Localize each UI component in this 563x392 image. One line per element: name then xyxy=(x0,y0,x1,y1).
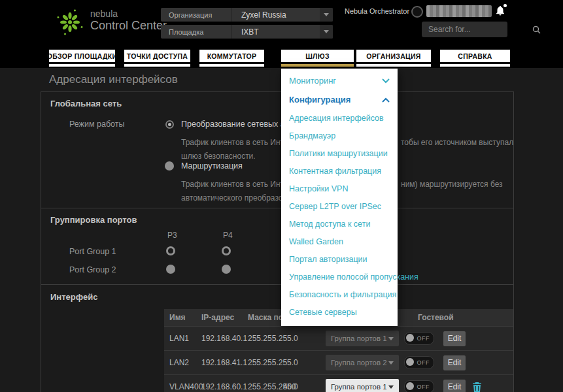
menu-item-label: Адресация интерфейсов xyxy=(289,114,384,123)
search-icon[interactable] xyxy=(532,25,541,34)
chevron-down-icon xyxy=(388,361,394,365)
nat-description-end: тобы его источником выступал xyxy=(401,138,513,147)
organization-select[interactable]: Организация Zyxel Russia xyxy=(161,8,333,22)
menu-item-label: Walled Garden xyxy=(289,237,343,246)
interface-ip: 192.168.60.1 xyxy=(201,375,247,392)
menu-item-network-servers[interactable]: Сетевые серверы xyxy=(281,303,398,321)
edit-button[interactable]: Edit xyxy=(443,355,466,370)
port-group-2-p3-radio[interactable] xyxy=(166,265,175,274)
nat-radio[interactable] xyxy=(165,120,174,129)
menu-item-label: Безопасность и фильтрация xyxy=(289,290,396,299)
tab-gateway[interactable]: ШЛЮЗ xyxy=(281,50,354,67)
organization-select-caret-box[interactable] xyxy=(320,8,333,22)
table-row: LAN2 192.168.41.1 255.255.255.0 Группа п… xyxy=(164,351,513,375)
menu-item-l2tp-server[interactable]: Сервер L2TP over IPSec xyxy=(281,197,398,215)
tab-label: ОБЗОР ПЛОЩАДКИ xyxy=(49,50,115,62)
port-group-1-p4-radio[interactable] xyxy=(222,246,231,255)
mode-label: Режим работы xyxy=(69,120,124,129)
brand-text: nebula Control Center xyxy=(90,8,167,33)
chevron-down-icon xyxy=(388,385,394,389)
delete-cell xyxy=(473,375,481,392)
toggle-state-label: OFF xyxy=(417,335,430,342)
guest-toggle[interactable]: OFF xyxy=(404,356,434,369)
toggle-state-label: OFF xyxy=(417,384,430,390)
edit-button[interactable]: Edit xyxy=(443,380,466,392)
search-input[interactable] xyxy=(422,25,532,34)
site-select[interactable]: Площадка IXBT xyxy=(161,25,333,39)
section-title-port-grouping: Группировка портов xyxy=(50,215,137,225)
menu-item-network-access-method[interactable]: Метод доступа к сети xyxy=(281,215,398,233)
menu-item-label: Контентная фильтрация xyxy=(289,167,381,176)
routing-radio[interactable] xyxy=(165,161,174,171)
menu-section-label: Конфигурация xyxy=(289,95,350,105)
toggle-knob xyxy=(406,334,414,342)
table-row: LAN1 192.168.40.1 255.255.255.0 Группа п… xyxy=(164,327,513,351)
menu-item-content-filtering[interactable]: Контентная фильтрация xyxy=(281,162,398,180)
tab-active-underline xyxy=(281,64,354,67)
menu-section-monitoring[interactable]: Мониторинг xyxy=(281,71,398,90)
port-column-p4: P4 xyxy=(223,231,233,240)
menu-section-label: Мониторинг xyxy=(289,76,336,86)
guest-toggle-cell: OFF xyxy=(404,327,434,350)
tab-site-overview[interactable]: ОБЗОР ПЛОЩАДКИ xyxy=(49,50,115,67)
trash-icon[interactable] xyxy=(473,382,481,392)
menu-item-captive-portal[interactable]: Портал авторизации xyxy=(281,250,398,268)
tab-access-points[interactable]: ТОЧКИ ДОСТУПА xyxy=(124,50,190,67)
tab-label: ТОЧКИ ДОСТУПА xyxy=(124,50,190,62)
menu-item-label: Сетевые серверы xyxy=(289,308,357,317)
menu-item-label: Политики маршрутизации xyxy=(289,149,388,158)
guest-toggle[interactable]: OFF xyxy=(404,332,434,345)
tab-label: СПРАВКА xyxy=(440,50,510,62)
chevron-down-icon xyxy=(388,337,394,340)
menu-item-bandwidth-management[interactable]: Управление полосой пропускания xyxy=(281,268,398,286)
notification-bell-icon[interactable] xyxy=(494,5,506,16)
tab-help[interactable]: СПРАВКА xyxy=(440,50,510,67)
menu-item-label: Брандмауэр xyxy=(289,131,335,140)
interface-name: LAN1 xyxy=(169,327,189,350)
organization-select-label: Организация xyxy=(161,8,232,22)
interface-mask: 255.255.255.0 xyxy=(248,351,298,374)
menu-item-interface-addressing[interactable]: Адресация интерфейсов xyxy=(281,109,398,127)
edit-button[interactable]: Edit xyxy=(443,331,466,346)
routing-description-start: Трафик клиентов в сеть Интерн xyxy=(181,180,297,189)
port-group-2-label: Port Group 2 xyxy=(69,265,116,274)
chevron-down-icon xyxy=(324,30,329,33)
interface-vlan-id: 400 xyxy=(283,375,296,392)
tab-switch[interactable]: КОММУТАТОР xyxy=(199,50,264,67)
port-group-select: Группа портов 2 xyxy=(326,355,399,370)
port-group-select-value: Группа портов 1 xyxy=(331,335,387,342)
site-select-label: Площадка xyxy=(161,25,232,39)
orchestrator-toggle[interactable] xyxy=(411,6,423,18)
menu-item-security-filtering[interactable]: Безопасность и фильтрация xyxy=(281,286,398,303)
tab-label: ШЛЮЗ xyxy=(281,50,354,62)
group-select-cell: Группа портов 1 xyxy=(326,375,399,392)
interface-ip: 192.168.40.1 xyxy=(201,327,247,350)
tab-organization[interactable]: ОРГАНИЗАЦИЯ xyxy=(356,50,431,67)
port-column-p3: P3 xyxy=(167,231,177,240)
group-select-cell: Группа портов 2 xyxy=(326,351,399,374)
redacted-username xyxy=(426,5,492,17)
tab-underline xyxy=(356,64,431,67)
routing-option-label: Маршрутизация xyxy=(181,161,243,171)
site-select-caret-box[interactable] xyxy=(320,25,333,39)
menu-item-routing-policies[interactable]: Политики маршрутизации xyxy=(281,144,398,162)
nebula-logo[interactable] xyxy=(55,7,85,40)
port-group-1-p3-radio[interactable] xyxy=(166,246,175,255)
menu-item-vpn-settings[interactable]: Настройки VPN xyxy=(281,180,398,197)
toggle-knob xyxy=(406,358,414,366)
nebula-logo-icon xyxy=(55,7,85,37)
search-box[interactable] xyxy=(422,22,507,37)
menu-item-label: Портал авторизации xyxy=(289,255,367,264)
menu-item-label: Метод доступа к сети xyxy=(289,220,370,229)
port-group-select[interactable]: Группа портов 1 xyxy=(326,379,399,392)
menu-section-configuration[interactable]: Конфигурация xyxy=(281,90,398,109)
header-guest: Гостевой xyxy=(418,309,454,326)
port-group-2-p4-radio[interactable] xyxy=(222,265,231,274)
menu-item-walled-garden[interactable]: Walled Garden xyxy=(281,233,398,250)
routing-description-end: ним) маршрутизируется без xyxy=(401,180,503,189)
menu-item-firewall[interactable]: Брандмауэр xyxy=(281,127,398,144)
menu-item-label: Управление полосой пропускания xyxy=(289,272,418,282)
guest-toggle[interactable]: OFF xyxy=(404,380,434,392)
interface-name: VLAN400 xyxy=(169,375,203,392)
section-title-interface: Интерфейс xyxy=(50,292,97,302)
